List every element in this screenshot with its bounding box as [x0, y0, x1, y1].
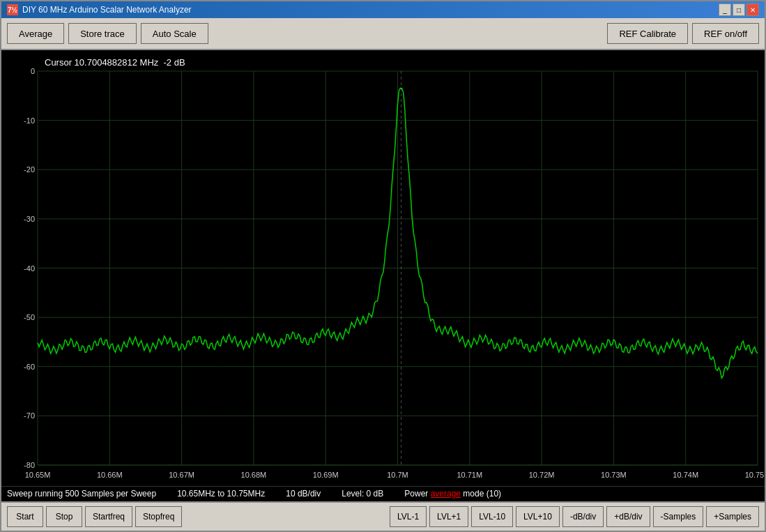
lvl-minus1-button[interactable]: LVL-1	[390, 506, 427, 527]
average-button[interactable]: Average	[7, 23, 64, 44]
freq-range: 10.65MHz to 10.75MHz	[177, 489, 265, 499]
ref-onoff-button[interactable]: REF on/off	[692, 23, 759, 44]
power-mode: Power average mode (10)	[404, 489, 501, 499]
ref-calibrate-button[interactable]: REF Calibrate	[607, 23, 688, 44]
toolbar: Average Store trace Auto Scale REF Calib…	[1, 18, 765, 50]
startfreq-button[interactable]: Startfreq	[85, 506, 132, 527]
title-controls: _ □ ✕	[719, 3, 759, 16]
level: Level: 0 dB	[342, 489, 383, 499]
db-plus-button[interactable]: +dB/div	[606, 506, 650, 527]
minimize-button[interactable]: _	[719, 3, 731, 16]
power-mode-post: mode (10)	[461, 489, 501, 499]
start-button[interactable]: Start	[7, 506, 43, 527]
chart-area[interactable]	[1, 50, 765, 486]
lvl-plus1-button[interactable]: LVL+1	[429, 506, 468, 527]
power-mode-pre: Power	[404, 489, 430, 499]
samples-plus-button[interactable]: +Samples	[706, 506, 759, 527]
maximize-button[interactable]: □	[733, 3, 745, 16]
title-bar-left: 7½ DIY 60 MHz Arduino Scalar Network Ana…	[7, 4, 192, 15]
status-bar: Sweep running 500 Samples per Sweep 10.6…	[1, 486, 765, 501]
store-trace-button[interactable]: Store trace	[68, 23, 137, 44]
samples-minus-button[interactable]: -Samples	[653, 506, 704, 527]
stopfreq-button[interactable]: Stopfreq	[135, 506, 182, 527]
close-button[interactable]: ✕	[746, 3, 759, 16]
sweep-status: Sweep running 500 Samples per Sweep	[7, 489, 156, 499]
auto-scale-button[interactable]: Auto Scale	[141, 23, 208, 44]
power-mode-link[interactable]: average	[431, 489, 461, 499]
lvl-minus10-button[interactable]: LVL-10	[471, 506, 513, 527]
chart-canvas[interactable]	[1, 50, 765, 486]
db-minus-button[interactable]: -dB/div	[562, 506, 604, 527]
lvl-plus10-button[interactable]: LVL+10	[516, 506, 560, 527]
title-bar: 7½ DIY 60 MHz Arduino Scalar Network Ana…	[1, 1, 765, 18]
app-window: 7½ DIY 60 MHz Arduino Scalar Network Ana…	[0, 0, 766, 532]
bottom-buttons: Start Stop Startfreq Stopfreq LVL-1 LVL+…	[1, 501, 765, 531]
app-icon: 7½	[7, 4, 18, 15]
window-title: DIY 60 MHz Arduino Scalar Network Analyz…	[22, 5, 192, 15]
db-div: 10 dB/div	[286, 489, 321, 499]
stop-button[interactable]: Stop	[46, 506, 82, 527]
